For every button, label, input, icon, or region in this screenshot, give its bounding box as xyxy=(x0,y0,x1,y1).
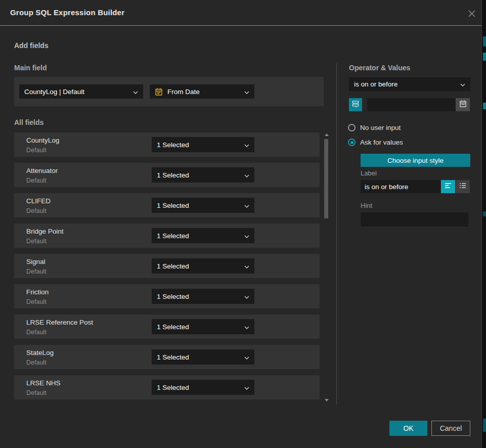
field-subtitle: Default xyxy=(26,268,47,275)
text-lines-icon xyxy=(444,182,452,192)
field-selection-dropdown[interactable]: 1 Selected xyxy=(152,167,254,183)
field-subtitle: Default xyxy=(26,238,47,245)
field-name: Bridge Point xyxy=(26,228,64,235)
operator-dropdown[interactable]: is on or before xyxy=(349,77,470,91)
field-selection-value: 1 Selected xyxy=(157,232,241,240)
chevron-down-icon xyxy=(244,293,249,300)
radio-ask-for-values[interactable]: Ask for values xyxy=(348,139,403,146)
ok-button[interactable]: OK xyxy=(389,421,427,436)
chevron-down-icon xyxy=(460,80,465,88)
label-style-single-line-button[interactable] xyxy=(441,180,455,193)
background-page-strip xyxy=(481,0,486,448)
date-picker-button[interactable] xyxy=(456,98,470,111)
cancel-button[interactable]: Cancel xyxy=(431,421,470,436)
field-name: StateLog xyxy=(26,349,54,356)
field-selection-value: 1 Selected xyxy=(157,323,241,331)
field-selection-dropdown[interactable]: 1 Selected xyxy=(152,228,254,243)
set-from-values-button[interactable] xyxy=(349,98,362,111)
field-row: LRSE Reference Post Default 1 Selected xyxy=(14,315,320,339)
close-icon[interactable] xyxy=(466,8,477,19)
field-selection-dropdown[interactable]: 1 Selected xyxy=(152,380,254,395)
field-selection-dropdown[interactable]: 1 Selected xyxy=(152,258,254,274)
field-row: CountyLog Default 1 Selected xyxy=(14,132,320,157)
radio-icon xyxy=(348,139,356,146)
field-row: CLIFED Default 1 Selected xyxy=(14,193,320,217)
main-layer-dropdown[interactable]: CountyLog | Default xyxy=(19,84,143,99)
calendar-icon xyxy=(155,87,163,96)
label-input[interactable] xyxy=(361,180,440,193)
chevron-down-icon xyxy=(244,262,249,270)
field-row: Signal Default 1 Selected xyxy=(14,254,320,278)
chevron-down-icon xyxy=(244,384,249,391)
dialog-title: Group SQL Expression Builder xyxy=(10,8,124,17)
field-selection-value: 1 Selected xyxy=(157,262,241,270)
chevron-down-icon xyxy=(244,171,249,179)
main-field-dropdown-value: From Date xyxy=(167,88,241,96)
value-input[interactable] xyxy=(367,98,456,111)
dialog-header: Group SQL Expression Builder xyxy=(0,0,481,26)
fields-scrollbar[interactable] xyxy=(324,132,329,404)
field-subtitle: Default xyxy=(26,177,47,184)
main-layer-dropdown-value: CountyLog | Default xyxy=(24,88,130,96)
scroll-down-arrow-icon[interactable] xyxy=(325,399,329,401)
chevron-down-icon xyxy=(244,202,249,209)
field-row: Friction Default 1 Selected xyxy=(14,284,320,308)
field-subtitle: Default xyxy=(26,329,47,336)
background-fragment xyxy=(483,103,486,109)
screen: Group SQL Expression Builder Add fields … xyxy=(0,0,486,448)
radio-icon xyxy=(348,124,356,131)
stacked-values-icon xyxy=(351,100,360,110)
field-selection-value: 1 Selected xyxy=(157,202,241,209)
field-subtitle: Default xyxy=(26,147,47,154)
label-style-list-button[interactable] xyxy=(456,180,470,193)
main-field-heading: Main field xyxy=(14,64,47,72)
field-selection-value: 1 Selected xyxy=(157,141,241,149)
field-name: Attenuator xyxy=(26,167,58,174)
field-selection-dropdown[interactable]: 1 Selected xyxy=(152,349,254,365)
hint-caption: Hint xyxy=(361,202,372,209)
scroll-up-arrow-icon[interactable] xyxy=(325,133,329,136)
dialog-group-sql-expression-builder: Group SQL Expression Builder Add fields … xyxy=(0,0,481,448)
all-fields-heading: All fields xyxy=(14,118,43,126)
radio-label: No user input xyxy=(360,124,401,131)
panel-divider xyxy=(336,63,337,405)
field-selection-value: 1 Selected xyxy=(157,384,241,391)
add-fields-heading: Add fields xyxy=(14,41,49,50)
field-subtitle: Default xyxy=(26,389,47,396)
field-name: LRSE Reference Post xyxy=(26,319,93,326)
scrollbar-thumb[interactable] xyxy=(324,139,328,218)
field-row: LRSE NHS Default 1 Selected xyxy=(14,375,320,399)
choose-input-style-button[interactable]: Choose input style xyxy=(361,154,470,167)
field-selection-value: 1 Selected xyxy=(157,353,241,361)
field-name: CountyLog xyxy=(26,137,59,144)
field-selection-value: 1 Selected xyxy=(157,171,241,179)
field-name: Signal xyxy=(26,258,46,265)
field-row: Bridge Point Default 1 Selected xyxy=(14,223,320,248)
field-selection-dropdown[interactable]: 1 Selected xyxy=(152,289,254,304)
field-row: Attenuator Default 1 Selected xyxy=(14,163,320,187)
hint-input[interactable] xyxy=(361,212,468,227)
field-selection-dropdown[interactable]: 1 Selected xyxy=(152,137,254,152)
field-subtitle: Default xyxy=(26,207,47,214)
chevron-down-icon xyxy=(244,141,249,149)
chevron-down-icon xyxy=(244,88,249,96)
field-selection-dropdown[interactable]: 1 Selected xyxy=(152,319,254,334)
operator-dropdown-value: is on or before xyxy=(354,80,457,88)
list-icon xyxy=(459,182,467,192)
operator-values-heading: Operator & Values xyxy=(349,64,410,72)
field-name: CLIFED xyxy=(26,197,51,205)
radio-label: Ask for values xyxy=(360,139,403,146)
background-fragment xyxy=(483,36,486,47)
background-fragment xyxy=(483,211,486,216)
radio-no-user-input[interactable]: No user input xyxy=(348,124,401,131)
field-selection-value: 1 Selected xyxy=(157,293,241,300)
field-name: LRSE NHS xyxy=(26,379,61,387)
label-caption: Label xyxy=(361,169,377,177)
field-name: Friction xyxy=(26,288,49,296)
background-fragment xyxy=(483,53,486,61)
field-selection-dropdown[interactable]: 1 Selected xyxy=(152,198,254,213)
main-field-panel: CountyLog | Default From Date xyxy=(14,77,324,106)
main-field-dropdown[interactable]: From Date xyxy=(150,84,254,99)
chevron-down-icon xyxy=(133,88,138,96)
all-fields-list: CountyLog Default 1 Selected Attenuator … xyxy=(14,132,320,406)
